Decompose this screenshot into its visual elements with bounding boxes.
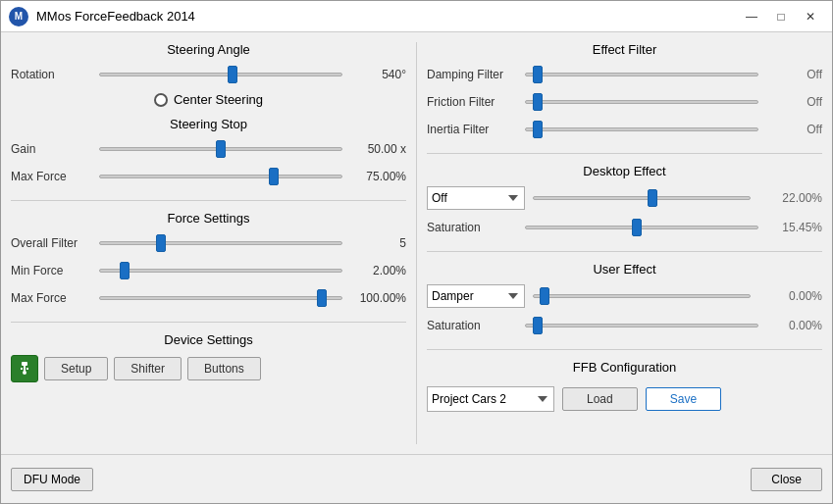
user-effect-track (533, 294, 751, 298)
vertical-divider (416, 42, 417, 444)
overall-filter-slider[interactable] (99, 233, 342, 253)
dfu-button[interactable]: DFU Mode (11, 468, 93, 491)
center-steering-radio[interactable] (154, 93, 168, 107)
overall-filter-thumb[interactable] (156, 234, 166, 252)
title-bar: M MMos ForceFeedback 2014 — □ ✕ (1, 1, 832, 32)
saturation1-slider[interactable] (525, 218, 758, 237)
ffb-config-title: FFB Configuration (427, 360, 822, 375)
svg-rect-3 (21, 368, 23, 370)
user-effect-dropdown-row: Damper Spring Friction Inertia 0.00% (427, 284, 822, 308)
rotation-track (99, 73, 342, 76)
user-effect-select[interactable]: Damper Spring Friction Inertia (427, 284, 525, 308)
max-force-thumb[interactable] (269, 168, 279, 185)
gain-thumb[interactable] (216, 140, 226, 158)
bottom-left-section: DFU Mode (11, 468, 93, 491)
saturation1-track (525, 226, 758, 229)
max-force2-track (99, 296, 342, 300)
min-force-track (99, 269, 342, 273)
user-effect-thumb[interactable] (540, 287, 549, 305)
window-title: MMos ForceFeedback 2014 (36, 9, 738, 24)
svg-point-2 (23, 371, 26, 375)
desktop-effect-select[interactable]: Off Spring Damper Friction Inertia (427, 186, 525, 210)
max-force-slider[interactable] (99, 167, 342, 186)
min-force-value: 2.00% (342, 264, 406, 277)
max-force2-slider[interactable] (99, 288, 342, 308)
overall-filter-row: Overall Filter 5 (11, 233, 406, 253)
overall-filter-track (99, 241, 342, 245)
user-effect-slider[interactable] (533, 286, 751, 306)
damping-filter-track (525, 73, 758, 76)
inertia-filter-row: Inertia Filter Off (427, 120, 822, 139)
min-force-slider[interactable] (99, 261, 342, 280)
svg-rect-4 (26, 368, 28, 370)
saturation2-label: Saturation (427, 319, 525, 332)
inertia-filter-track (525, 127, 758, 131)
saturation1-row: Saturation 15.45% (427, 218, 822, 237)
desktop-effect-track (533, 196, 751, 200)
device-settings-title: Device Settings (11, 332, 406, 347)
saturation1-value: 15.45% (758, 221, 822, 234)
separator-3 (427, 153, 822, 154)
load-button[interactable]: Load (562, 387, 638, 411)
inertia-filter-value: Off (758, 123, 822, 136)
rotation-slider[interactable] (99, 65, 342, 84)
desktop-effect-title: Desktop Effect (427, 164, 822, 178)
damping-filter-slider[interactable] (525, 65, 758, 84)
rotation-value: 540° (342, 68, 406, 81)
saturation2-slider[interactable] (525, 316, 758, 335)
saturation1-thumb[interactable] (632, 219, 642, 236)
damping-filter-label: Damping Filter (427, 68, 525, 81)
force-settings-title: Force Settings (11, 211, 406, 226)
minimize-button[interactable]: — (738, 6, 765, 27)
window-controls: — □ ✕ (738, 6, 824, 27)
max-force2-thumb[interactable] (317, 289, 327, 307)
damping-filter-value: Off (758, 68, 822, 81)
app-icon: M (9, 7, 28, 26)
effect-filter-title: Effect Filter (427, 42, 822, 57)
setup-button[interactable]: Setup (44, 357, 108, 380)
friction-filter-row: Friction Filter Off (427, 92, 822, 112)
buttons-button[interactable]: Buttons (187, 357, 261, 380)
save-button[interactable]: Save (646, 387, 721, 411)
saturation2-thumb[interactable] (533, 317, 543, 334)
desktop-effect-slider[interactable] (533, 188, 751, 208)
max-force2-label: Max Force (11, 291, 99, 305)
main-window: M MMos ForceFeedback 2014 — □ ✕ Steering… (0, 0, 833, 504)
close-window-button[interactable]: ✕ (797, 6, 824, 27)
shifter-button[interactable]: Shifter (114, 357, 182, 380)
min-force-thumb[interactable] (120, 262, 130, 279)
overall-filter-label: Overall Filter (11, 236, 99, 250)
separator-2 (11, 322, 406, 323)
inertia-filter-thumb[interactable] (533, 121, 543, 138)
friction-filter-slider[interactable] (525, 92, 758, 112)
steering-stop-title: Steering Stop (11, 117, 406, 131)
saturation1-label: Saturation (427, 221, 525, 234)
center-steering-label: Center Steering (174, 92, 263, 107)
gain-value: 50.00 x (342, 142, 406, 156)
project-select[interactable]: Project Cars 2 Assetto Corsa iRacing rFa… (427, 386, 554, 412)
friction-filter-label: Friction Filter (427, 95, 525, 109)
device-buttons-row: Setup Shifter Buttons (11, 355, 406, 382)
saturation2-row: Saturation 0.00% (427, 316, 822, 335)
usb-symbol (17, 361, 32, 377)
right-panel: Effect Filter Damping Filter Off Frictio… (427, 42, 822, 444)
rotation-thumb[interactable] (228, 66, 237, 83)
gain-label: Gain (11, 142, 99, 156)
close-button[interactable]: Close (751, 468, 822, 491)
friction-filter-thumb[interactable] (533, 93, 543, 111)
bottom-bar: DFU Mode Close (1, 454, 832, 503)
inertia-filter-slider[interactable] (525, 120, 758, 139)
friction-filter-value: Off (758, 95, 822, 109)
max-force-value: 75.00% (342, 170, 406, 183)
separator-1 (11, 200, 406, 201)
left-panel: Steering Angle Rotation 540° Center Stee… (11, 42, 406, 444)
gain-slider[interactable] (99, 139, 342, 159)
usb-icon (11, 355, 38, 382)
rotation-label: Rotation (11, 68, 99, 81)
damping-filter-thumb[interactable] (533, 66, 543, 83)
maximize-button[interactable]: □ (767, 6, 795, 27)
damping-filter-row: Damping Filter Off (427, 65, 822, 84)
max-force-label: Max Force (11, 170, 99, 183)
user-effect-title: User Effect (427, 262, 822, 277)
desktop-effect-thumb[interactable] (648, 189, 657, 207)
